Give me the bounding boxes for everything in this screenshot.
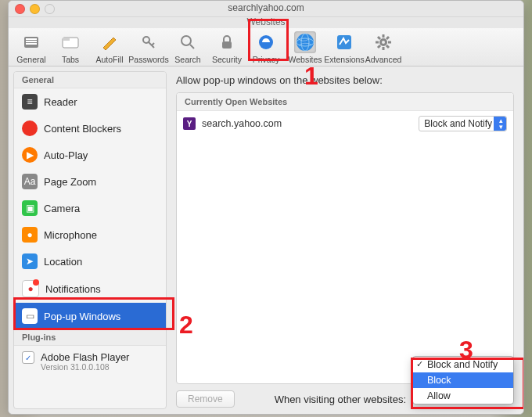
option-allow[interactable]: Allow <box>413 388 513 404</box>
list-header: Currently Open Websites <box>177 93 513 111</box>
window-icon: ▭ <box>22 308 38 324</box>
websites-list: Currently Open Websites Y search.yahoo.c… <box>176 92 514 384</box>
extensions-icon <box>333 31 355 53</box>
plugin-info: Adobe Flash Player Version 31.0.0.108 <box>41 351 129 372</box>
toolbar-search[interactable]: Search <box>170 31 206 64</box>
sidebar-item-location[interactable]: ➤ Location <box>14 248 166 275</box>
option-label: Block and Notify <box>427 359 498 370</box>
option-block-and-notify[interactable]: ✓ Block and Notify <box>413 357 513 372</box>
toolbar-websites[interactable]: Websites <box>287 31 323 64</box>
location-icon: ➤ <box>22 253 38 269</box>
general-icon <box>20 31 42 53</box>
option-block[interactable]: Block <box>413 372 513 388</box>
toolbar-label: Passwords <box>128 55 168 64</box>
yahoo-favicon: Y <box>183 117 196 130</box>
sidebar-item-label: Microphone <box>44 229 97 241</box>
toolbar-label: Advanced <box>365 55 402 64</box>
globe-icon <box>294 31 316 53</box>
toolbar-extensions[interactable]: Extensions <box>326 31 362 64</box>
sidebar-item-auto-play[interactable]: ▶ Auto-Play <box>14 142 166 168</box>
site-name: search.yahoo.com <box>202 118 412 129</box>
visiting-options-popup: ✓ Block and Notify Block Allow <box>412 356 514 404</box>
sidebar-item-camera[interactable]: ▣ Camera <box>14 195 166 221</box>
check-icon: ✓ <box>416 359 423 369</box>
window-controls <box>15 4 55 14</box>
sidebar-section-general: General <box>14 72 166 88</box>
camera-icon: ▣ <box>22 200 38 216</box>
search-icon <box>177 31 199 53</box>
sidebar-item-label: Page Zoom <box>44 176 96 188</box>
svg-point-10 <box>297 34 314 51</box>
window-url-snippet: searchlyahoo.com <box>228 2 304 13</box>
site-setting-select[interactable]: Block and Notify ▴▾ <box>419 116 507 131</box>
toolbar-security[interactable]: Security <box>209 31 245 64</box>
sidebar-item-label: Pop-up Windows <box>44 311 120 322</box>
play-icon: ▶ <box>22 147 38 163</box>
body: General ≡ Reader Content Blockers ▶ Auto… <box>9 67 523 414</box>
svg-point-15 <box>382 41 385 44</box>
toolbar-general[interactable]: General <box>13 31 49 64</box>
sidebar-item-label: Notifications <box>45 283 101 295</box>
main-heading: Allow pop-up windows on the websites bel… <box>176 74 514 86</box>
close-window-button[interactable] <box>15 4 25 14</box>
tabs-icon <box>59 31 81 53</box>
svg-rect-2 <box>26 41 37 42</box>
minimize-window-button[interactable] <box>30 4 40 14</box>
sidebar-item-label: Reader <box>44 96 77 108</box>
svg-rect-13 <box>337 35 351 49</box>
toolbar-advanced[interactable]: Advanced <box>365 31 401 64</box>
svg-rect-1 <box>26 38 37 40</box>
site-setting-value: Block and Notify <box>424 118 492 129</box>
sidebar-item-label: Content Blockers <box>44 123 121 135</box>
svg-rect-3 <box>26 43 37 45</box>
toolbar-label: Security <box>212 55 242 64</box>
plugin-checkbox[interactable]: ✓ <box>22 351 34 364</box>
privacy-icon <box>255 31 277 53</box>
sidebar-item-popup-windows[interactable]: ▭ Pop-up Windows <box>14 303 166 329</box>
zoom-window-button[interactable] <box>45 4 55 14</box>
main-panel: Allow pop-up windows on the websites bel… <box>167 67 523 414</box>
lock-icon <box>216 31 238 53</box>
sidebar-item-label: Location <box>44 256 82 268</box>
toolbar-label: Tabs <box>62 55 79 64</box>
option-label: Allow <box>427 390 451 401</box>
sidebar-item-content-blockers[interactable]: Content Blockers <box>14 115 166 142</box>
toolbar-tabs[interactable]: Tabs <box>52 31 88 64</box>
sidebar-item-label: Auto-Play <box>44 149 88 161</box>
toolbar-label: Privacy <box>253 55 279 64</box>
remove-button[interactable]: Remove <box>176 390 235 408</box>
toolbar-label: General <box>16 55 45 64</box>
autofill-icon <box>99 31 120 53</box>
notification-badge <box>33 279 39 286</box>
toolbar-label: Websites <box>289 55 322 64</box>
reader-icon: ≡ <box>22 94 38 110</box>
plugin-label: Adobe Flash Player <box>41 351 129 363</box>
toolbar-label: Search <box>174 55 200 64</box>
preferences-toolbar: General Tabs AutoFill Passwords Search S… <box>9 28 523 67</box>
sidebar-item-notifications[interactable]: ● Notifications <box>14 275 166 303</box>
sidebar-section-plugins: Plug-ins <box>14 329 166 346</box>
sidebar-item-page-zoom[interactable]: Aa Page Zoom <box>14 168 166 195</box>
sidebar-item-flash[interactable]: ✓ Adobe Flash Player Version 31.0.0.108 <box>14 346 166 377</box>
microphone-icon: ● <box>22 227 38 243</box>
sidebar-item-microphone[interactable]: ● Microphone <box>14 221 166 248</box>
toolbar-privacy[interactable]: Privacy <box>248 31 284 64</box>
visiting-label: When visiting other websites: <box>275 394 406 405</box>
toolbar-label: AutoFill <box>95 55 123 64</box>
gear-icon <box>372 31 394 53</box>
toolbar-autofill[interactable]: AutoFill <box>92 31 128 64</box>
titlebar: searchlyahoo.com <box>9 1 523 17</box>
preferences-window: searchlyahoo.com Websites General Tabs A… <box>8 0 524 415</box>
plugin-version: Version 31.0.0.108 <box>41 363 129 372</box>
sidebar-item-label: Camera <box>44 203 80 214</box>
sidebar-item-reader[interactable]: ≡ Reader <box>14 88 166 115</box>
chevron-updown-icon: ▴▾ <box>499 117 503 130</box>
toolbar-passwords[interactable]: Passwords <box>131 31 167 64</box>
toolbar-label: Extensions <box>324 55 364 64</box>
svg-rect-8 <box>222 41 232 49</box>
sidebar: General ≡ Reader Content Blockers ▶ Auto… <box>13 71 167 409</box>
window-title: Websites <box>9 17 523 28</box>
svg-rect-5 <box>63 38 70 41</box>
website-row[interactable]: Y search.yahoo.com Block and Notify ▴▾ <box>177 111 513 136</box>
key-icon <box>138 31 160 53</box>
